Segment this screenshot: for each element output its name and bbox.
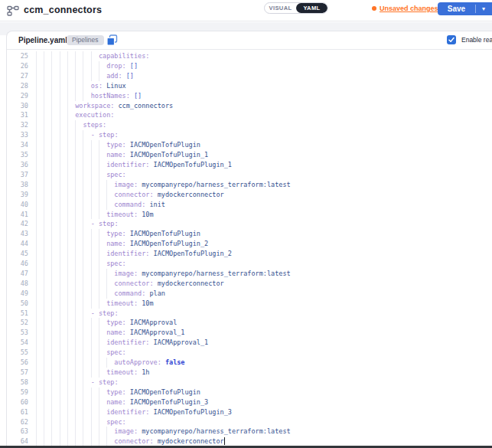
line-content[interactable]: connector: mydockerconnector (36, 190, 224, 200)
line-content[interactable]: add: [] (36, 71, 134, 81)
line-content[interactable]: autoApprove: false (36, 358, 185, 368)
line-content[interactable]: execution: (36, 110, 114, 120)
line-content[interactable]: type: IACMApproval (36, 318, 177, 328)
enable-readonly-control[interactable]: Enable read/ (447, 35, 492, 44)
code-line[interactable]: 40 command: init (7, 200, 492, 210)
code-line[interactable]: 25 capabilities: (7, 51, 492, 61)
line-number: 30 (7, 101, 28, 111)
copy-icon[interactable] (106, 34, 118, 49)
code-line[interactable]: 60 name: IACMOpenTofuPlugin_3 (7, 397, 492, 407)
line-content[interactable]: spec: (36, 417, 126, 427)
line-content[interactable]: image: mycompanyrepo/harness_terraform:l… (36, 269, 291, 279)
yaml-code-editor[interactable]: 25 capabilities:26 drop: []27 add: []28 … (7, 51, 492, 447)
code-line[interactable]: 46 spec: (7, 259, 492, 269)
code-line[interactable]: 63 image: mycompanyrepo/harness_terrafor… (7, 427, 492, 437)
code-line[interactable]: 47 image: mycompanyrepo/harness_terrafor… (7, 269, 492, 279)
line-number: 38 (7, 180, 28, 190)
line-content[interactable]: capabilities: (36, 51, 149, 61)
code-line[interactable]: 55 spec: (7, 348, 492, 358)
code-line[interactable]: 51 - step: (7, 309, 492, 319)
line-content[interactable]: steps: (36, 120, 106, 130)
line-number: 35 (7, 150, 28, 160)
unsaved-changes[interactable]: Unsaved changes (372, 5, 438, 12)
line-content[interactable]: timeout: 10m (36, 210, 154, 220)
code-line[interactable]: 43 type: IACMOpenTofuPlugin (7, 229, 492, 239)
line-content[interactable]: identifier: IACMOpenTofuPlugin_3 (36, 407, 232, 417)
code-line[interactable]: 54 identifier: IACMApproval_1 (7, 338, 492, 348)
code-line[interactable]: 32 steps: (7, 120, 492, 130)
code-line[interactable]: 62 spec: (7, 417, 492, 427)
line-content[interactable]: - step: (36, 130, 119, 140)
visual-yaml-toggle[interactable]: VISUAL YAML (264, 2, 328, 14)
code-lines[interactable]: 25 capabilities:26 drop: []27 add: []28 … (7, 51, 492, 446)
chevron-down-icon[interactable]: ▾ (476, 3, 491, 15)
code-line[interactable]: 35 name: IACMOpenTofuPlugin_1 (7, 150, 492, 160)
code-line[interactable]: 59 type: IACMOpenTofuPlugin (7, 388, 492, 397)
line-content[interactable]: type: IACMOpenTofuPlugin (36, 229, 200, 239)
code-line[interactable]: 45 identifier: IACMOpenTofuPlugin_2 (7, 249, 492, 259)
line-content[interactable]: command: init (36, 200, 165, 210)
code-line[interactable]: 56 autoApprove: false (7, 358, 492, 368)
code-line[interactable]: 57 timeout: 1h (7, 368, 492, 378)
code-line[interactable]: 50 timeout: 10m (7, 299, 492, 309)
line-content[interactable]: timeout: 10m (36, 299, 154, 309)
line-content[interactable]: - step: (36, 309, 119, 319)
line-number: 59 (7, 388, 28, 397)
code-line[interactable]: 33 - step: (7, 130, 492, 140)
code-line[interactable]: 49 command: plan (7, 289, 492, 299)
code-line[interactable]: 44 name: IACMOpenTofuPlugin_2 (7, 239, 492, 249)
code-line[interactable]: 48 connector: mydockerconnector (7, 279, 492, 289)
line-content[interactable]: image: mycompanyrepo/harness_terraform:l… (36, 180, 291, 190)
line-content[interactable]: type: IACMOpenTofuPlugin (36, 140, 200, 150)
line-content[interactable]: - step: (36, 378, 119, 388)
line-content[interactable]: spec: (36, 348, 126, 358)
code-line[interactable]: 61 identifier: IACMOpenTofuPlugin_3 (7, 407, 492, 417)
code-line[interactable]: 30 workspace: ccm_connectors (7, 101, 492, 111)
line-number: 25 (7, 51, 28, 61)
line-content[interactable]: spec: (36, 170, 126, 180)
line-content[interactable]: identifier: IACMOpenTofuPlugin_1 (36, 160, 232, 170)
code-line[interactable]: 39 connector: mydockerconnector (7, 190, 492, 200)
code-line[interactable]: 37 spec: (7, 170, 492, 180)
code-line[interactable]: 38 image: mycompanyrepo/harness_terrafor… (7, 180, 492, 190)
line-content[interactable]: identifier: IACMApproval_1 (36, 338, 208, 348)
tab-pipeline-yaml[interactable]: Pipeline.yaml (18, 36, 67, 44)
line-content[interactable]: hostNames: [] (36, 91, 142, 101)
line-content[interactable]: name: IACMOpenTofuPlugin_1 (36, 150, 208, 160)
line-number: 37 (7, 170, 28, 180)
enable-checkbox[interactable] (447, 35, 456, 44)
code-line[interactable]: 58 - step: (7, 378, 492, 388)
line-content[interactable]: image: mycompanyrepo/harness_terraform:l… (36, 427, 291, 437)
line-content[interactable]: connector: mydockerconnector (36, 279, 224, 289)
code-line[interactable]: 31 execution: (7, 110, 492, 120)
line-content[interactable]: - step: (36, 219, 119, 229)
line-number: 60 (7, 397, 28, 407)
line-content[interactable]: command: plan (36, 289, 165, 299)
code-line[interactable]: 26 drop: [] (7, 61, 492, 71)
line-content[interactable]: name: IACMApproval_1 (36, 328, 184, 338)
toggle-visual[interactable]: VISUAL (265, 3, 296, 13)
code-line[interactable]: 28 os: Linux (7, 81, 492, 91)
save-button[interactable]: Save ▾ (438, 2, 492, 15)
code-line[interactable]: 53 name: IACMApproval_1 (7, 328, 492, 338)
code-line[interactable]: 42 - step: (7, 219, 492, 229)
line-content[interactable]: workspace: ccm_connectors (36, 101, 173, 111)
line-content[interactable]: name: IACMOpenTofuPlugin_3 (36, 397, 208, 407)
code-line[interactable]: 29 hostNames: [] (7, 91, 492, 101)
code-line[interactable]: 36 identifier: IACMOpenTofuPlugin_1 (7, 160, 492, 170)
code-line[interactable]: 34 type: IACMOpenTofuPlugin (7, 140, 492, 150)
line-content[interactable]: name: IACMOpenTofuPlugin_2 (36, 239, 208, 249)
line-number: 51 (7, 309, 28, 319)
line-content[interactable]: timeout: 1h (36, 368, 149, 378)
save-button-label[interactable]: Save (438, 5, 475, 13)
code-line[interactable]: 27 add: [] (7, 71, 492, 81)
toggle-yaml[interactable]: YAML (296, 3, 327, 13)
line-content[interactable]: identifier: IACMOpenTofuPlugin_2 (36, 249, 232, 259)
line-content[interactable]: drop: [] (36, 61, 138, 71)
line-content[interactable]: type: IACMOpenTofuPlugin (36, 388, 200, 397)
code-line[interactable]: 52 type: IACMApproval (7, 318, 492, 328)
unsaved-changes-link[interactable]: Unsaved changes (380, 5, 438, 12)
line-content[interactable]: spec: (36, 259, 126, 269)
line-content[interactable]: os: Linux (36, 81, 126, 91)
code-line[interactable]: 41 timeout: 10m (7, 210, 492, 220)
